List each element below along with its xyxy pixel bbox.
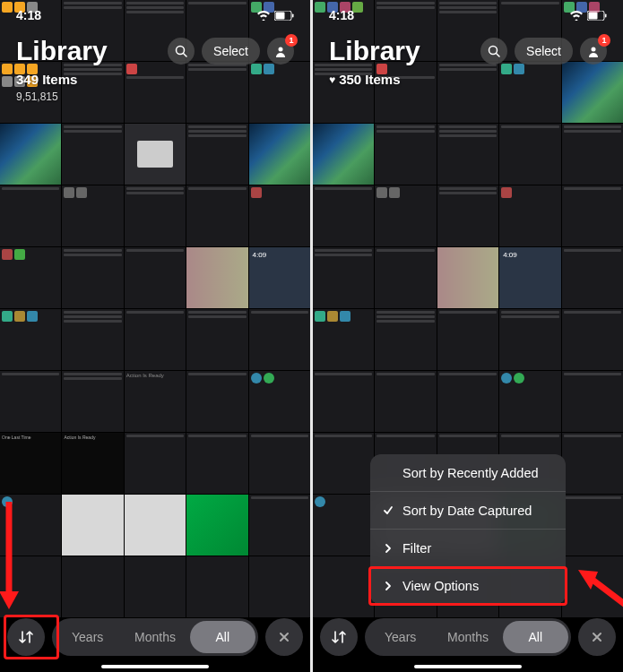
thumbnail[interactable]: 4:09 xyxy=(499,247,560,308)
thumbnail[interactable] xyxy=(562,433,623,494)
collapse-button[interactable] xyxy=(578,618,616,656)
thumbnail[interactable] xyxy=(437,247,498,308)
thumbnail[interactable] xyxy=(0,124,61,185)
popup-item-view-options[interactable]: View Options xyxy=(370,567,566,605)
search-button[interactable] xyxy=(480,38,507,65)
select-button[interactable]: Select xyxy=(202,38,260,65)
thumbnail[interactable] xyxy=(562,124,623,185)
thumbnail[interactable] xyxy=(186,185,247,246)
thumbnail[interactable] xyxy=(562,309,623,370)
sort-button[interactable] xyxy=(320,618,358,656)
popup-item-sort-recently-added[interactable]: Sort by Recently Added xyxy=(370,454,566,492)
thumbnail[interactable] xyxy=(62,495,123,556)
thumbnail[interactable] xyxy=(0,309,61,370)
thumbnail[interactable] xyxy=(186,433,247,494)
thumbnail[interactable] xyxy=(62,309,123,370)
thumbnail[interactable] xyxy=(62,124,123,185)
home-indicator[interactable] xyxy=(414,665,522,668)
bottom-toolbar: Years Months All xyxy=(7,618,303,656)
item-count: 349 Items xyxy=(16,72,294,87)
thumbnail[interactable] xyxy=(562,371,623,432)
popup-item-filter[interactable]: Filter xyxy=(370,530,566,567)
thumbnail[interactable] xyxy=(62,185,123,246)
phone-screenshot-right: 4:09 4:18 Li xyxy=(313,0,623,672)
segment-all[interactable]: All xyxy=(190,621,255,653)
svg-line-4 xyxy=(184,54,187,57)
thumbnail[interactable] xyxy=(125,495,186,556)
thumbnail[interactable] xyxy=(375,309,436,370)
thumbnail[interactable] xyxy=(313,495,374,556)
thumbnail[interactable] xyxy=(375,124,436,185)
thumbnail[interactable] xyxy=(313,556,374,617)
thumbnail[interactable] xyxy=(562,247,623,308)
home-indicator[interactable] xyxy=(101,665,209,668)
thumbnail[interactable] xyxy=(0,185,61,246)
thumbnail[interactable] xyxy=(186,371,247,432)
thumbnail[interactable] xyxy=(249,371,310,432)
segment-all[interactable]: All xyxy=(503,621,568,653)
thumbnail[interactable] xyxy=(62,556,123,617)
thumbnail[interactable] xyxy=(249,556,310,617)
thumbnail[interactable] xyxy=(249,124,310,185)
view-segmented-control: Years Months All xyxy=(365,618,571,656)
thumbnail[interactable] xyxy=(313,371,374,432)
thumbnail[interactable] xyxy=(0,247,61,308)
search-button[interactable] xyxy=(168,38,195,65)
thumbnail[interactable] xyxy=(313,124,374,185)
thumbnail[interactable] xyxy=(125,556,186,617)
status-bar: 4:18 xyxy=(313,0,623,30)
sort-button[interactable] xyxy=(7,618,45,656)
thumbnail[interactable] xyxy=(249,185,310,246)
select-button[interactable]: Select xyxy=(515,38,573,65)
thumbnail[interactable] xyxy=(437,309,498,370)
thumbnail[interactable] xyxy=(125,124,186,185)
thumbnail[interactable] xyxy=(437,185,498,246)
thumbnail[interactable] xyxy=(499,309,560,370)
thumbnail[interactable] xyxy=(0,371,61,432)
thumbnail[interactable] xyxy=(375,247,436,308)
thumbnail[interactable]: One Last Time xyxy=(0,433,61,494)
sort-icon xyxy=(331,629,347,645)
segment-years[interactable]: Years xyxy=(368,621,433,653)
thumbnail[interactable] xyxy=(186,495,247,556)
thumbnail[interactable] xyxy=(313,309,374,370)
thumbnail[interactable] xyxy=(437,124,498,185)
page-title: Library xyxy=(16,36,108,66)
thumbnail[interactable] xyxy=(313,433,374,494)
thumbnail[interactable] xyxy=(313,247,374,308)
thumbnail[interactable]: 4:09 xyxy=(249,247,310,308)
thumbnail[interactable]: Action Is Ready xyxy=(125,371,186,432)
thumbnail[interactable] xyxy=(375,371,436,432)
thumbnail[interactable] xyxy=(249,433,310,494)
thumbnail[interactable] xyxy=(125,247,186,308)
thumbnail[interactable] xyxy=(249,495,310,556)
thumbnail[interactable] xyxy=(186,309,247,370)
thumbnail[interactable] xyxy=(186,124,247,185)
thumbnail[interactable] xyxy=(375,185,436,246)
thumbnail[interactable] xyxy=(249,309,310,370)
segment-months[interactable]: Months xyxy=(122,621,187,653)
collapse-button[interactable] xyxy=(265,618,303,656)
popup-item-sort-date-captured[interactable]: Sort by Date Captured xyxy=(370,492,566,530)
segment-years[interactable]: Years xyxy=(55,621,120,653)
thumbnail[interactable] xyxy=(62,247,123,308)
thumbnail[interactable] xyxy=(499,371,560,432)
thumbnail[interactable] xyxy=(562,185,623,246)
thumbnail[interactable] xyxy=(562,495,623,556)
thumbnail[interactable] xyxy=(313,185,374,246)
thumbnail[interactable]: Action Is Ready xyxy=(62,433,123,494)
thumbnail[interactable] xyxy=(125,433,186,494)
status-bar: 4:18 xyxy=(0,0,310,30)
thumbnail[interactable] xyxy=(499,124,560,185)
profile-button[interactable]: 1 xyxy=(267,38,294,65)
thumbnail[interactable] xyxy=(499,185,560,246)
thumbnail[interactable] xyxy=(62,371,123,432)
svg-marker-7 xyxy=(0,591,19,609)
profile-button[interactable]: 1 xyxy=(580,38,607,65)
thumbnail[interactable] xyxy=(125,185,186,246)
thumbnail[interactable] xyxy=(437,371,498,432)
thumbnail[interactable] xyxy=(125,309,186,370)
segment-months[interactable]: Months xyxy=(435,621,500,653)
thumbnail[interactable] xyxy=(186,556,247,617)
thumbnail[interactable] xyxy=(186,247,247,308)
